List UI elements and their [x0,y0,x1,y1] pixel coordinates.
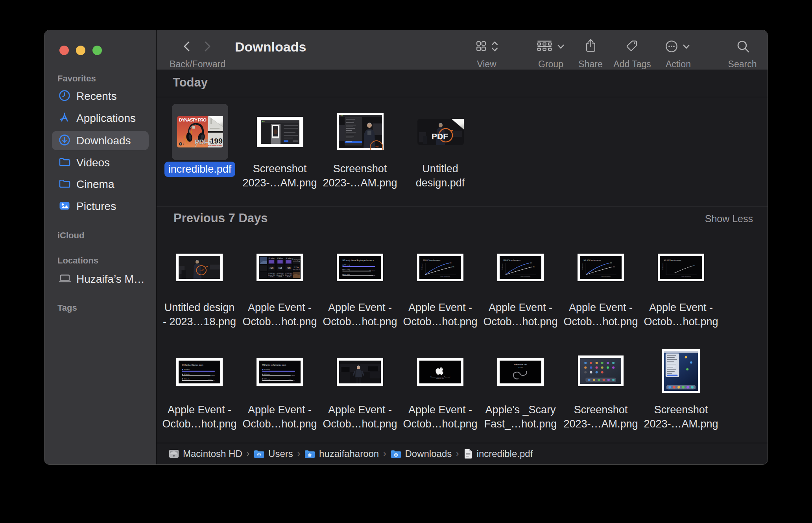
svg-text:M1: M1 [533,266,535,268]
svg-text:Power consumption: Power consumption [520,276,530,277]
svg-text:48 GB: 48 GB [287,276,290,278]
svg-text:2.5x: 2.5x [294,266,299,269]
svg-text:25 billion: 25 billion [269,258,275,259]
svg-text:M3 family efficiency cores: M3 family efficiency cores [182,364,204,366]
svg-text:M3: M3 [269,267,274,269]
svg-text:Performance: Performance [662,263,664,270]
svg-text:30% faster: 30% faster [289,379,295,381]
svg-text:M3 family: M3 family [344,265,350,266]
svg-text:92 billion: 92 billion [286,258,292,259]
svg-text:2 nanometer: 2 nanometer [292,258,301,260]
svg-text:Performance: Performance [582,263,583,270]
svg-text:M2 family: M2 family [344,269,350,271]
svg-text:Power consumption: Power consumption [601,276,611,277]
svg-text:M3: M3 [278,267,282,269]
svg-text:faster than M1: faster than M1 [293,269,301,270]
svg-text:M3: M3 [287,267,291,269]
svg-text:M2 family: M2 family [184,374,190,375]
svg-text:M3 CPU performance: M3 CPU performance [503,259,520,261]
svg-text:M3 family: M3 family [264,369,270,371]
svg-text:15% faster: 15% faster [369,270,376,272]
svg-text:M3 GPU performance: M3 GPU performance [664,259,681,261]
svg-text:Performance: Performance [502,263,503,270]
svg-text:PDF: PDF [432,132,448,141]
svg-text:M1: M1 [452,266,454,268]
svg-text:M3 GPU performance: M3 GPU performance [423,259,441,261]
svg-text:M1: M1 [693,265,695,267]
svg-text:M3 family: M3 family [184,369,190,371]
svg-text:M3: M3 [450,262,452,264]
svg-text:M3: M3 [530,262,532,264]
svg-text:M3 family Neural Engine perfor: M3 family Neural Engine performance [343,260,374,262]
svg-text:M3 family performance cores: M3 family performance cores [262,364,287,366]
svg-text:MacBook Pro: MacBook Pro [514,363,527,366]
svg-text:15% faster: 15% faster [289,375,295,376]
svg-text:Power consumption: Power consumption [440,276,450,277]
svg-text:$1599: $1599 [518,366,522,368]
svg-text:M1: M1 [613,266,615,268]
svg-text:M2 family: M2 family [264,374,270,375]
svg-text:edited on Mac: edited on Mac [436,378,445,379]
svg-text:M3 GPU performance: M3 GPU performance [583,259,601,261]
svg-text:M3: M3 [610,262,612,264]
svg-text:technology: technology [293,260,300,262]
svg-text:PDF: PDF [195,138,208,146]
svg-text:37 billion: 37 billion [277,258,283,259]
svg-text:Power consumption: Power consumption [681,276,691,277]
svg-text:36 GB: 36 GB [278,276,282,278]
svg-text:M1 family: M1 family [184,378,190,380]
svg-text:M1 family: M1 family [344,274,350,275]
svg-text:30% faster: 30% faster [209,375,215,376]
svg-text:M1 family: M1 family [264,378,270,380]
svg-text:199: 199 [210,137,223,145]
svg-text:50% faster: 50% faster [209,379,215,381]
svg-text:Performance: Performance [421,263,423,270]
svg-text:This event was shot on iPhone: This event was shot on iPhone and [430,376,450,378]
svg-text:60% faster: 60% faster [369,275,376,276]
svg-text:DYNASTY PRO: DYNASTY PRO [179,118,207,122]
svg-text:24 GB: 24 GB [270,276,273,278]
